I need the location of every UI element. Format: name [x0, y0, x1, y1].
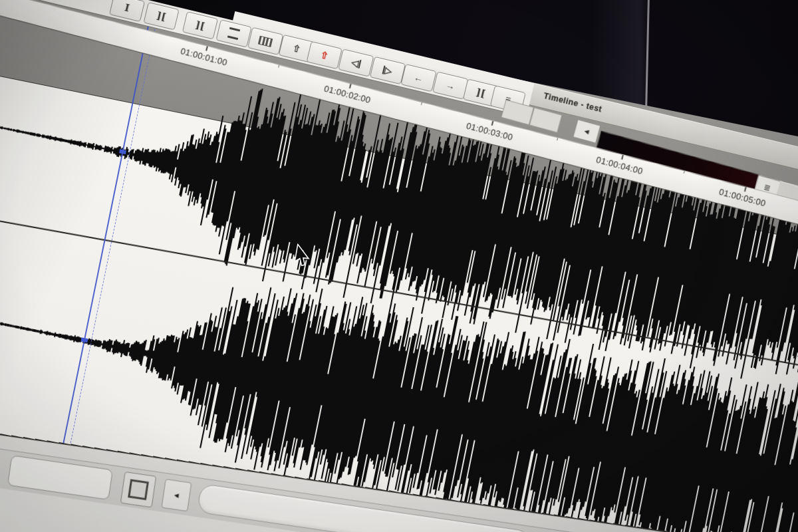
- ruler-second-tick: [349, 84, 351, 88]
- extract-up-arrow-red-button[interactable]: ⇧: [307, 41, 342, 69]
- mark-in-tool-icon: I: [124, 1, 131, 14]
- ruler-second-tick: [491, 121, 493, 126]
- ruler-second-tick: [744, 187, 746, 192]
- scroll-left-button[interactable]: ◀: [161, 479, 192, 511]
- lift-up-arrow-icon: ⇧: [291, 43, 301, 55]
- extract-up-arrow-red-icon: ⇧: [319, 49, 329, 61]
- fit-icon: [128, 479, 149, 500]
- razor-bars-tool-button[interactable]: [215, 19, 251, 47]
- ruler-second-tick: [621, 155, 623, 160]
- ruler-half-second-tick: [557, 138, 558, 140]
- ruler-half-second-tick: [278, 65, 279, 68]
- ruler-half-second-tick: [421, 102, 422, 105]
- trim-bracket-tool-icon: ][: [156, 9, 168, 23]
- ruler-second-tick: [205, 46, 207, 51]
- trim-bracket-tool-button[interactable]: ][: [144, 2, 180, 30]
- slide-left-arrow-icon: ←: [413, 72, 424, 84]
- filmstrip-tool-button[interactable]: [247, 27, 283, 55]
- mark-in-tool-button[interactable]: I: [109, 0, 145, 22]
- join-bracket-tool-icon: ][: [194, 19, 206, 33]
- fit-to-window-button[interactable]: [120, 471, 156, 507]
- roll-right-tool-button[interactable]: ▷: [370, 57, 406, 84]
- slide-left-arrow-button[interactable]: ←: [401, 64, 437, 92]
- slide-right-arrow-icon: →: [445, 79, 456, 92]
- speaker-icon: ◀: [584, 128, 590, 135]
- filmstrip-tool-icon: [258, 35, 273, 47]
- ruler-half-second-tick: [683, 171, 684, 174]
- bracket-hand-tool-icon: ][: [475, 86, 487, 100]
- roll-left-tool-button[interactable]: ◁: [338, 49, 374, 76]
- join-bracket-tool-button[interactable]: ][: [182, 11, 218, 39]
- scroll-left-icon: ◀: [174, 491, 179, 499]
- roll-right-tool-icon: ▷: [384, 65, 393, 76]
- razor-bars-tool-icon: [227, 27, 240, 40]
